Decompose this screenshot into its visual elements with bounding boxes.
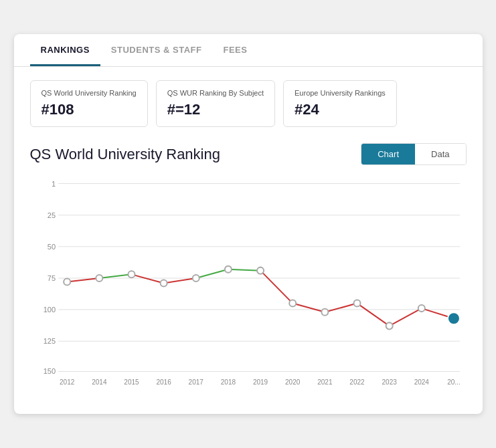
svg-line-28 [131,274,163,283]
rank-card-europe-label: Europe University Rankings [295,89,386,97]
svg-point-50 [418,305,424,312]
svg-line-31 [195,269,228,278]
svg-text:100: 100 [43,306,55,314]
svg-line-29 [163,278,195,284]
svg-text:2017: 2017 [188,378,203,386]
svg-line-30 [99,274,131,278]
svg-text:2016: 2016 [156,378,171,386]
svg-text:20...: 20... [447,378,461,386]
svg-text:2021: 2021 [317,378,333,386]
svg-text:2024: 2024 [414,378,429,386]
svg-line-37 [389,308,421,326]
svg-line-27 [67,278,99,282]
svg-text:25: 25 [47,211,55,219]
tab-bar: RANKINGS STUDENTS & STAFF FEES [14,34,483,67]
svg-line-35 [325,304,357,312]
svg-text:2015: 2015 [124,378,139,386]
rank-card-europe-value: #24 [295,101,386,118]
rank-card-europe: Europe University Rankings #24 [283,80,397,127]
rank-card-qs-wur-subject: QS WUR Ranking By Subject #=12 [156,80,275,127]
chart-container: 1 25 50 75 100 125 150 2012 2014 2015 20… [30,171,467,398]
svg-point-48 [353,300,360,307]
rank-card-qs-world: QS World University Ranking #108 [30,80,148,127]
svg-point-39 [64,279,70,286]
svg-point-44 [224,266,231,273]
rank-card-qs-wur-subject-label: QS WUR Ranking By Subject [167,89,264,97]
svg-text:2023: 2023 [382,378,397,386]
svg-text:75: 75 [47,274,55,282]
svg-point-43 [192,275,199,282]
chart-toggle-button[interactable]: Chart [361,144,415,164]
svg-text:50: 50 [47,243,55,251]
ranking-cards: QS World University Ranking #108 QS WUR … [14,67,483,135]
svg-line-32 [228,269,260,271]
rank-card-qs-wur-subject-value: #=12 [167,101,264,118]
svg-point-46 [289,300,296,307]
svg-point-45 [257,267,264,274]
section-title: QS World University Ranking [30,146,220,163]
svg-line-34 [293,304,325,312]
tab-rankings[interactable]: RANKINGS [30,34,100,66]
svg-text:2018: 2018 [220,378,236,386]
svg-text:1: 1 [51,180,55,188]
main-card: RANKINGS STUDENTS & STAFF FEES QS World … [14,34,483,414]
svg-point-51 [447,312,459,324]
svg-text:125: 125 [43,337,55,345]
svg-point-47 [321,309,328,316]
svg-point-49 [386,322,392,329]
tab-students-staff[interactable]: STUDENTS & STAFF [100,34,213,66]
section-header: QS World University Ranking Chart Data [14,135,483,171]
view-toggle: Chart Data [361,143,466,165]
svg-text:2012: 2012 [60,378,75,386]
svg-point-40 [96,275,102,282]
svg-point-41 [128,271,135,277]
svg-line-36 [357,304,389,326]
rank-card-qs-world-label: QS World University Ranking [42,89,137,97]
chart-area: 1 25 50 75 100 125 150 2012 2014 2015 20… [14,171,483,398]
svg-text:2022: 2022 [349,378,365,386]
svg-text:2020: 2020 [285,378,301,386]
data-toggle-button[interactable]: Data [415,144,465,164]
svg-text:150: 150 [43,367,55,375]
tab-fees[interactable]: FEES [212,34,258,66]
svg-line-33 [260,271,293,304]
chart-svg: 1 25 50 75 100 125 150 2012 2014 2015 20… [30,171,467,398]
svg-text:2014: 2014 [92,378,107,386]
svg-text:2019: 2019 [252,378,268,386]
rank-card-qs-world-value: #108 [42,101,137,118]
svg-point-42 [160,279,167,286]
